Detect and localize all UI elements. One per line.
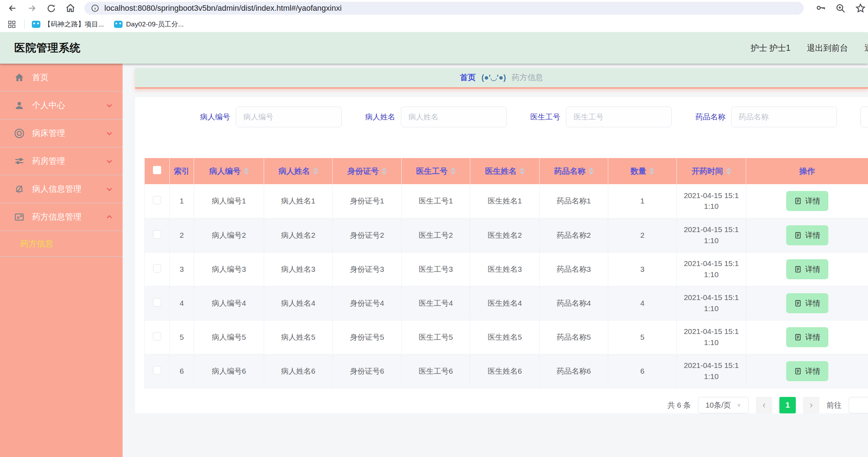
row-checkbox[interactable]	[153, 366, 161, 374]
apps-grid-icon[interactable]	[6, 19, 17, 30]
cell-quantity: 1	[608, 184, 677, 218]
document-icon	[794, 333, 802, 341]
form-label: 医生工号	[530, 112, 560, 122]
document-icon	[794, 367, 802, 375]
bilibili-favicon-icon	[114, 21, 123, 28]
cell-doctor-no: 医生工号1	[402, 184, 470, 218]
form-group-doctor-no: 医生工号	[530, 107, 672, 127]
current-page-button[interactable]: 1	[779, 397, 796, 413]
sort-carets-icon[interactable]	[313, 167, 318, 175]
row-checkbox[interactable]	[153, 332, 161, 340]
site-info-icon[interactable]	[91, 3, 99, 14]
row-select-cell	[145, 320, 170, 354]
sidebar-item-label: 个人中心	[32, 100, 65, 111]
column-header-patient-name[interactable]: 病人姓名	[264, 158, 333, 184]
logout-link[interactable]: 退出登录	[864, 43, 868, 54]
cell-time: 2021-04-15 15:11:10	[677, 252, 746, 286]
screen: localhost:8080/springboot3v5bn/admin/dis…	[0, 0, 868, 457]
patient-no-input[interactable]	[236, 107, 342, 127]
cell-doctor-name: 医生姓名2	[470, 218, 540, 252]
column-header-quantity[interactable]: 数量	[608, 158, 677, 184]
patient-name-input[interactable]	[401, 107, 507, 127]
cell-patient-no: 病人编号2	[194, 218, 264, 252]
zoom-in-icon[interactable]	[835, 3, 846, 14]
sort-carets-icon[interactable]	[451, 167, 456, 175]
cell-patient-name: 病人姓名5	[264, 320, 333, 354]
cell-id-card: 身份证号2	[333, 218, 402, 252]
sort-carets-icon[interactable]	[589, 167, 594, 175]
sidebar-item-label: 病人信息管理	[32, 183, 81, 195]
sidebar-item-home[interactable]: 首页	[0, 64, 123, 92]
sidebar-item-patient-info-management[interactable]: 病人信息管理	[0, 175, 123, 203]
sort-carets-icon[interactable]	[382, 167, 387, 175]
column-header-patient-no[interactable]: 病人编号	[194, 158, 264, 184]
header-right: 护士 护士1 退出到前台 退出登录	[751, 43, 868, 54]
next-page-button[interactable]: ›	[803, 397, 819, 413]
cell-index: 2	[170, 218, 194, 252]
bookmark-item[interactable]: Day02-09-员工分...	[114, 20, 184, 29]
sort-carets-icon[interactable]	[520, 167, 525, 175]
table-body: 1 病人编号1 病人姓名1 身份证号1 医生工号1 医生姓名1 药品名称1 1 …	[145, 184, 868, 388]
detail-button[interactable]: 详情	[786, 327, 828, 347]
back-icon[interactable]	[7, 3, 18, 14]
sidebar: 首页 个人中心 病床管理	[0, 64, 123, 457]
row-checkbox[interactable]	[153, 264, 161, 272]
sidebar-item-label: 药方信息管理	[32, 211, 81, 222]
table-row: 5 病人编号5 病人姓名5 身份证号5 医生工号5 医生姓名5 药品名称5 5 …	[145, 320, 868, 354]
password-key-icon[interactable]	[815, 3, 826, 14]
cell-patient-name: 病人姓名2	[264, 218, 333, 252]
select-all-checkbox[interactable]	[153, 166, 161, 174]
sort-carets-icon[interactable]	[244, 167, 249, 175]
home-browser-icon[interactable]	[65, 3, 76, 14]
doctor-no-input[interactable]	[566, 107, 672, 127]
cell-patient-name: 病人姓名6	[264, 354, 333, 388]
column-header-id-card[interactable]: 身份证号	[333, 158, 402, 184]
column-header-doctor-no[interactable]: 医生工号	[402, 158, 470, 184]
bookmark-star-icon[interactable]	[855, 3, 866, 14]
prev-page-button[interactable]: ‹	[756, 397, 772, 413]
logout-to-front-link[interactable]: 退出到前台	[807, 43, 848, 54]
row-checkbox[interactable]	[153, 196, 161, 204]
sidebar-subitem-prescription-info[interactable]: 药方信息	[0, 231, 123, 257]
cell-patient-no: 病人编号5	[194, 320, 264, 354]
user-icon	[14, 100, 25, 111]
query-button[interactable]: 查询	[860, 107, 868, 127]
detail-button[interactable]: 详情	[786, 361, 828, 381]
cell-drug-name: 药品名称4	[540, 286, 608, 320]
current-user-label: 护士 护士1	[751, 43, 790, 54]
row-select-cell	[145, 286, 170, 320]
cell-actions: 详情	[746, 218, 868, 252]
reload-icon[interactable]	[46, 3, 56, 14]
sidebar-item-personal-center[interactable]: 个人中心	[0, 92, 123, 119]
goto-page-input[interactable]	[849, 397, 868, 413]
bilibili-favicon-icon	[32, 21, 40, 28]
row-checkbox[interactable]	[153, 298, 161, 306]
bookmark-item[interactable]: 【码神之路】项目...	[32, 20, 104, 29]
column-header-time[interactable]: 开药时间	[677, 158, 746, 184]
breadcrumb-home-link[interactable]: 首页	[460, 72, 476, 83]
sidebar-item-label: 药房管理	[32, 156, 65, 167]
cell-id-card: 身份证号3	[333, 252, 402, 286]
detail-button[interactable]: 详情	[786, 293, 828, 313]
column-header-drug-name[interactable]: 药品名称	[540, 158, 608, 184]
sidebar-item-prescription-info-management[interactable]: 药方信息管理	[0, 203, 123, 231]
cell-doctor-name: 医生姓名3	[470, 252, 540, 286]
page-size-select[interactable]: 10条/页 ∨	[698, 397, 749, 413]
drug-name-input[interactable]	[731, 107, 837, 127]
detail-button[interactable]: 详情	[786, 225, 828, 245]
sidebar-item-label: 首页	[32, 72, 49, 83]
sort-carets-icon[interactable]	[726, 167, 731, 175]
cell-patient-name: 病人姓名4	[264, 286, 333, 320]
sidebar-item-pharmacy-management[interactable]: 药房管理	[0, 147, 123, 175]
cell-patient-name: 病人姓名1	[264, 184, 333, 218]
row-checkbox[interactable]	[153, 230, 161, 239]
sort-carets-icon[interactable]	[649, 167, 654, 175]
cell-actions: 详情	[746, 184, 868, 218]
detail-button[interactable]: 详情	[786, 191, 828, 211]
sidebar-item-bed-management[interactable]: 病床管理	[0, 119, 123, 147]
detail-button[interactable]: 详情	[786, 259, 828, 279]
cell-drug-name: 药品名称2	[540, 218, 608, 252]
column-header-doctor-name[interactable]: 医生姓名	[470, 158, 540, 184]
forward-icon[interactable]	[26, 3, 37, 14]
address-bar[interactable]: localhost:8080/springboot3v5bn/admin/dis…	[84, 2, 804, 15]
